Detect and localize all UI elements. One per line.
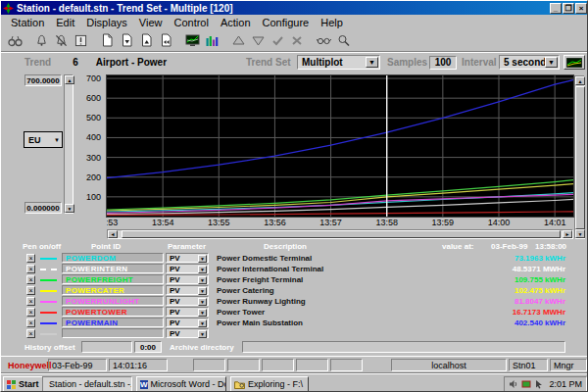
task-explorer[interactable]: Exploring - F:\ bbox=[230, 376, 309, 392]
samples-value[interactable]: 100 bbox=[429, 56, 457, 70]
menu-view[interactable]: View bbox=[133, 17, 169, 28]
menu-help[interactable]: Help bbox=[315, 17, 349, 28]
page-recall-icon[interactable] bbox=[156, 31, 175, 50]
point-id-field[interactable]: POWERDOM bbox=[62, 253, 164, 263]
point-description: Power Tower bbox=[217, 308, 452, 317]
chevron-down-icon[interactable]: ▼ bbox=[198, 319, 207, 327]
page-blank-icon[interactable] bbox=[97, 31, 117, 50]
parameter-dropdown[interactable]: PV▼ bbox=[166, 296, 209, 306]
alarm-bell-icon[interactable] bbox=[31, 31, 51, 50]
chevron-down-icon[interactable]: ▼ bbox=[198, 255, 207, 263]
point-id-field[interactable]: POWERMAIN bbox=[62, 318, 164, 327]
chart-h-scrollbar[interactable]: ◄ ► bbox=[107, 229, 573, 239]
lower-arrow-icon[interactable] bbox=[248, 31, 268, 50]
alarm-message-icon[interactable] bbox=[71, 31, 90, 50]
group-display-icon[interactable] bbox=[202, 31, 221, 50]
archive-directory-field[interactable] bbox=[242, 341, 565, 353]
parameter-dropdown[interactable]: PV▼ bbox=[166, 328, 209, 338]
pen-checkbox[interactable]: × bbox=[26, 308, 35, 317]
trend-set-dropdown[interactable]: Multiplot▼ bbox=[297, 55, 380, 70]
tray-pointer-icon[interactable] bbox=[534, 379, 544, 389]
point-description: Power Runway Lighting bbox=[217, 297, 452, 306]
chevron-down-icon[interactable]: ▼ bbox=[198, 330, 207, 338]
zoom-magnifier-icon[interactable] bbox=[333, 31, 353, 50]
point-id-field[interactable]: POWERRUNLIGHT bbox=[62, 296, 164, 306]
cancel-x-icon[interactable] bbox=[287, 31, 307, 50]
mini-trend-button[interactable] bbox=[564, 55, 585, 70]
range-max-field[interactable]: 700.0000 bbox=[24, 74, 62, 86]
point-id-field[interactable]: POWERCATER bbox=[62, 285, 164, 295]
menu-displays[interactable]: Displays bbox=[80, 17, 133, 28]
pen-checkbox[interactable]: × bbox=[26, 254, 35, 263]
parameter-dropdown[interactable]: PV▼ bbox=[166, 285, 209, 295]
chevron-down-icon[interactable]: ▼ bbox=[545, 57, 558, 68]
pen-checkbox[interactable]: × bbox=[26, 275, 35, 284]
toolbar-separator bbox=[221, 31, 228, 50]
pen-checkbox[interactable]: × bbox=[26, 318, 35, 327]
scroll-left-icon[interactable]: ◄ bbox=[108, 230, 118, 238]
history-offset-field[interactable] bbox=[81, 341, 132, 353]
point-id-field[interactable] bbox=[62, 328, 164, 338]
point-id-field[interactable]: POWERFREIGHT bbox=[62, 274, 164, 284]
trend-plot[interactable] bbox=[107, 75, 573, 217]
chevron-down-icon[interactable]: ▼ bbox=[366, 57, 378, 68]
point-id-field[interactable]: POWERINTERN bbox=[62, 264, 164, 273]
pen-checkbox[interactable]: × bbox=[26, 286, 35, 295]
unit-selector-dropdown[interactable]: EU▼ bbox=[24, 132, 62, 147]
interval-dropdown[interactable]: 5 second▼ bbox=[499, 55, 560, 70]
accept-check-icon[interactable] bbox=[268, 31, 287, 50]
chevron-down-icon: ▼ bbox=[54, 137, 60, 143]
task-word[interactable]: W Microsoft Word - Document5 bbox=[136, 376, 226, 392]
alarm-bell-disabled-icon[interactable] bbox=[51, 31, 71, 50]
speaker-icon[interactable] bbox=[509, 379, 518, 389]
trend-display-icon[interactable] bbox=[182, 31, 202, 50]
menu-action[interactable]: Action bbox=[215, 17, 257, 28]
chevron-down-icon[interactable]: ▼ bbox=[198, 266, 207, 273]
v-scroll-thumb[interactable] bbox=[575, 86, 585, 229]
taskbar: Start Station - default.stn -... W Micro… bbox=[1, 373, 588, 392]
page-down-icon[interactable] bbox=[117, 31, 136, 50]
parameter-dropdown[interactable]: PV▼ bbox=[166, 274, 209, 284]
page-up-icon[interactable] bbox=[136, 31, 156, 50]
parameter-dropdown[interactable]: PV▼ bbox=[166, 318, 209, 327]
chevron-down-icon[interactable]: ▼ bbox=[198, 309, 207, 317]
history-offset-value[interactable]: 0:00 bbox=[134, 341, 162, 353]
close-button[interactable]: × bbox=[575, 3, 587, 14]
status-mode: Mngr bbox=[550, 359, 587, 371]
tray-status-icon[interactable] bbox=[521, 379, 531, 389]
chart-v-scrollbar[interactable]: ▲ ▼ bbox=[574, 75, 585, 239]
scroll-up-icon[interactable]: ▲ bbox=[575, 76, 585, 85]
view-glasses-icon[interactable] bbox=[314, 31, 333, 50]
parameter-dropdown[interactable]: PV▼ bbox=[166, 307, 209, 317]
pen-color-sample bbox=[40, 290, 57, 292]
chevron-down-icon[interactable]: ▼ bbox=[198, 276, 207, 284]
point-id-field[interactable]: POWERTOWER bbox=[62, 307, 164, 317]
maximize-button[interactable]: ❐ bbox=[563, 3, 574, 14]
h-scroll-thumb[interactable] bbox=[122, 230, 561, 238]
pen-checkbox[interactable]: × bbox=[26, 265, 35, 273]
interval-label: Interval bbox=[462, 57, 497, 68]
chevron-down-icon[interactable]: ▼ bbox=[198, 287, 207, 295]
trend-number[interactable]: 6 bbox=[73, 57, 78, 68]
menu-control[interactable]: Control bbox=[168, 17, 214, 28]
chevron-down-icon[interactable]: ▼ bbox=[198, 298, 207, 306]
minimize-button[interactable]: _ bbox=[550, 3, 562, 14]
start-button[interactable]: Start bbox=[3, 376, 43, 392]
task-station[interactable]: Station - default.stn -... bbox=[42, 376, 132, 392]
y-tick-label: 600 bbox=[86, 93, 101, 103]
status-empty-cell bbox=[193, 359, 225, 371]
pen-checkbox[interactable]: × bbox=[26, 297, 35, 306]
menu-configure[interactable]: Configure bbox=[257, 17, 316, 28]
scroll-down-icon[interactable]: ▼ bbox=[575, 229, 585, 238]
parameter-dropdown[interactable]: PV▼ bbox=[166, 253, 209, 263]
toolbar bbox=[1, 29, 588, 52]
table-row: ×POWERINTERNPV▼Power International Termi… bbox=[1, 264, 588, 274]
menu-station[interactable]: Station bbox=[5, 17, 50, 28]
range-min-field[interactable]: 0.000000 bbox=[24, 202, 62, 214]
menu-edit[interactable]: Edit bbox=[50, 17, 80, 28]
scroll-right-icon[interactable]: ► bbox=[563, 230, 572, 238]
parameter-dropdown[interactable]: PV▼ bbox=[166, 264, 209, 273]
raise-arrow-icon[interactable] bbox=[228, 31, 248, 50]
pen-checkbox[interactable]: × bbox=[26, 329, 35, 338]
find-binoculars-icon[interactable] bbox=[5, 31, 24, 50]
